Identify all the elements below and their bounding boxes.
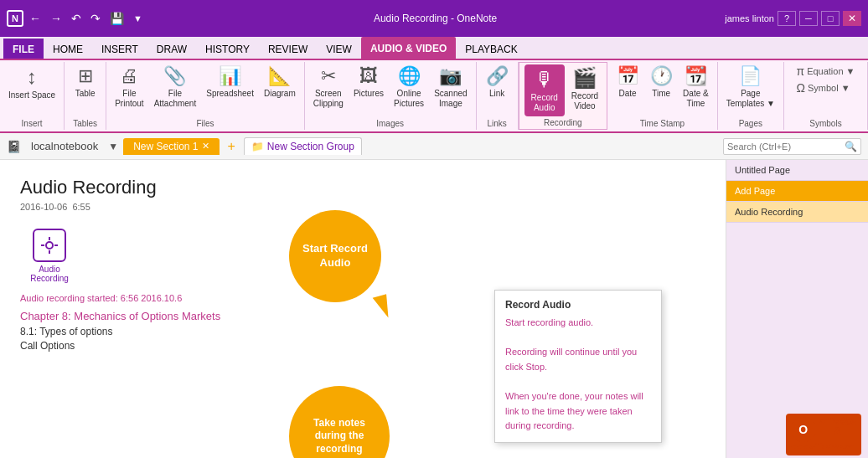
customize-btn[interactable]: ▼: [130, 12, 146, 25]
link-btn[interactable]: 🔗 Link: [482, 64, 512, 100]
tab-home[interactable]: HOME: [44, 39, 92, 59]
sidebar-item-add-page[interactable]: Add Page: [726, 181, 868, 202]
search-input[interactable]: [727, 142, 845, 152]
equation-btn[interactable]: π Equation ▼: [793, 64, 858, 79]
notebook-name[interactable]: localnotebook: [26, 138, 103, 154]
online-pictures-btn[interactable]: 🌐 OnlinePictures: [390, 64, 427, 111]
minimize-btn[interactable]: ─: [799, 11, 818, 26]
screen-clipping-icon: ✂: [321, 65, 336, 87]
notebook-dropdown[interactable]: ▼: [108, 141, 118, 152]
ribbon-group-tables: ⊞ Table Tables: [65, 62, 106, 130]
audio-file-icon: [33, 229, 66, 262]
svg-point-0: [46, 242, 53, 249]
back-btn[interactable]: ←: [26, 10, 44, 27]
tab-insert[interactable]: INSERT: [92, 39, 147, 59]
forward-btn[interactable]: →: [47, 10, 65, 27]
audio-file-block: Audio Recording: [20, 229, 79, 283]
table-btn[interactable]: ⊞ Table: [70, 64, 101, 100]
redo-btn[interactable]: ↷: [87, 10, 104, 27]
callout-start-record: Start Record Audio: [289, 210, 381, 302]
file-attachment-btn[interactable]: 📎 FileAttachment: [151, 64, 200, 111]
record-audio-tooltip: Record Audio Start recording audio. Reco…: [494, 290, 662, 443]
spreadsheet-icon: 📊: [219, 65, 241, 87]
section-tab-active[interactable]: New Section 1 ✕: [123, 138, 219, 155]
insert-space-icon: ↕: [27, 65, 37, 89]
time-btn[interactable]: 🕐 Time: [646, 64, 676, 100]
ribbon-group-files: 🖨 FilePrintout 📎 FileAttachment 📊 Spread…: [106, 62, 305, 130]
tooltip-body: Start recording audio. Recording will co…: [505, 316, 651, 434]
date-btn[interactable]: 📅 Date: [612, 64, 643, 100]
page-templates-btn[interactable]: 📄 PageTemplates ▼: [723, 64, 778, 111]
tooltip-title: Record Audio: [505, 299, 651, 311]
undo-btn[interactable]: ↶: [68, 10, 85, 27]
tab-review[interactable]: REVIEW: [259, 39, 317, 59]
link-icon: 🔗: [486, 65, 509, 87]
new-tab-btn[interactable]: +: [225, 139, 239, 154]
date-time-icon: 📆: [685, 65, 707, 87]
ribbon-group-recording: 🎙 RecordAudio 🎬 RecordVideo Recording: [519, 62, 608, 130]
scanned-image-icon: 📷: [439, 65, 462, 87]
tab-history[interactable]: HISTORY: [196, 39, 259, 59]
title-bar: Audio Recording - OneNote: [374, 13, 497, 24]
notebook-icon: 📓: [7, 140, 21, 153]
ribbon-group-insert: ↕ Insert Space Insert: [0, 62, 65, 130]
record-video-btn[interactable]: 🎬 RecordVideo: [568, 64, 602, 113]
table-icon: ⊞: [78, 65, 93, 87]
insert-space-btn[interactable]: ↕ Insert Space: [5, 64, 59, 102]
equation-icon: π: [796, 64, 804, 78]
callout-take-notes: Take notes during the recording: [289, 386, 390, 458]
screen-clipping-btn[interactable]: ✂ ScreenClipping: [310, 64, 347, 111]
page-title: Audio Recording: [20, 177, 705, 198]
pictures-btn[interactable]: 🖼 Pictures: [350, 64, 387, 100]
tab-playback[interactable]: PLAYBACK: [456, 39, 526, 59]
tab-view[interactable]: VIEW: [317, 39, 361, 59]
ribbon-group-images: ✂ ScreenClipping 🖼 Pictures 🌐 OnlinePict…: [305, 62, 477, 130]
ribbon-group-timestamp: 📅 Date 🕐 Time 📆 Date &Time Time Stamp: [607, 62, 718, 130]
scanned-image-btn[interactable]: 📷 ScannedImage: [431, 64, 470, 111]
sidebar-item-audio-recording[interactable]: Audio Recording: [726, 202, 868, 223]
ribbon-group-pages: 📄 PageTemplates ▼ Pages: [718, 62, 784, 130]
search-btn[interactable]: 🔍: [845, 141, 857, 152]
onenote-logo: N: [7, 10, 23, 27]
maximize-btn[interactable]: □: [821, 11, 840, 26]
tab-audio-video[interactable]: AUDIO & VIDEO: [361, 37, 456, 59]
symbol-icon: Ω: [796, 81, 804, 95]
ribbon-group-links: 🔗 Link Links: [477, 62, 519, 130]
diagram-btn[interactable]: 📐 Diagram: [261, 64, 299, 100]
save-btn[interactable]: 💾: [106, 10, 127, 27]
section-group-icon: 📁: [251, 141, 264, 152]
file-attachment-icon: 📎: [163, 65, 186, 87]
search-bar: 🔍: [723, 138, 861, 155]
record-video-icon: 🎬: [572, 66, 597, 90]
record-audio-icon: 🎙: [535, 68, 555, 91]
pictures-icon: 🖼: [359, 65, 378, 87]
close-btn[interactable]: ✕: [843, 11, 861, 26]
file-printout-btn[interactable]: 🖨 FilePrintout: [111, 64, 147, 111]
page-date-time: 2016-10-06 6:55: [20, 202, 705, 212]
file-printout-icon: 🖨: [120, 65, 138, 87]
time-icon: 🕐: [650, 65, 673, 87]
date-time-btn[interactable]: 📆 Date &Time: [679, 64, 712, 111]
ribbon-group-symbols: π Equation ▼ Ω Symbol ▼ Symbols: [784, 62, 868, 130]
tab-file[interactable]: FILE: [3, 39, 44, 59]
section-group-tab[interactable]: 📁 New Section Group: [244, 137, 362, 155]
page-templates-icon: 📄: [739, 65, 762, 87]
sidebar-item-untitled[interactable]: Untitled Page: [726, 160, 868, 181]
user-name: james linton: [725, 13, 774, 23]
tab-draw[interactable]: DRAW: [147, 39, 196, 59]
date-icon: 📅: [617, 65, 639, 87]
diagram-icon: 📐: [268, 65, 291, 87]
online-pictures-icon: 🌐: [398, 65, 421, 87]
record-audio-btn[interactable]: 🎙 RecordAudio: [524, 64, 565, 116]
help-btn[interactable]: ?: [778, 11, 796, 26]
office-logo: O Office教程网 www.office26.com: [786, 414, 861, 455]
spreadsheet-btn[interactable]: 📊 Spreadsheet: [203, 64, 257, 100]
symbol-btn[interactable]: Ω Symbol ▼: [793, 80, 853, 95]
